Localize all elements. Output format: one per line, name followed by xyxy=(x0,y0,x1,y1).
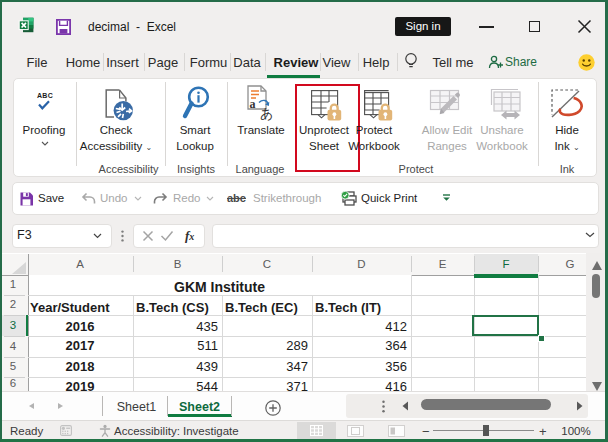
svg-text:あ: あ xyxy=(260,106,273,121)
svg-text:a: a xyxy=(250,97,256,111)
